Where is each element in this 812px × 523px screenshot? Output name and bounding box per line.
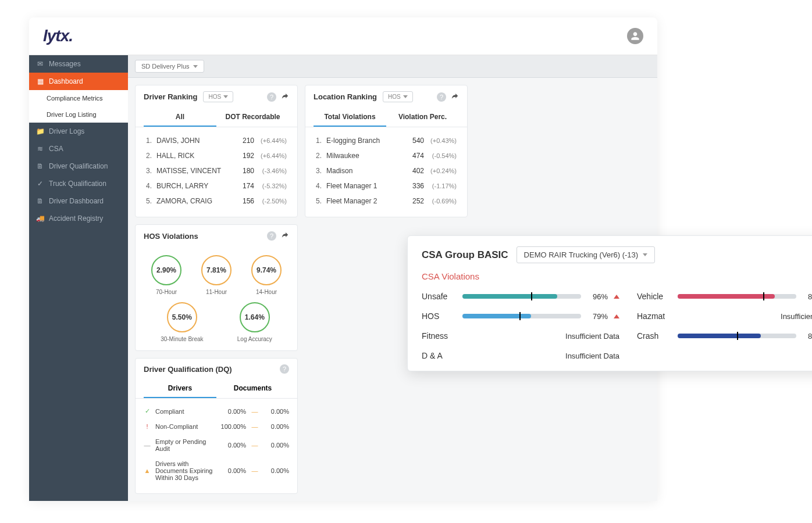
rank-row: 1.DAVIS, JOHN210(+6.44%) — [146, 133, 287, 148]
csa-name: Fitness — [422, 331, 457, 341]
share-icon[interactable] — [281, 231, 289, 241]
help-icon[interactable]: ? — [280, 364, 289, 374]
help-icon[interactable]: ? — [267, 231, 276, 241]
csa-insufficient: Insufficient Data — [462, 332, 619, 341]
dq-row: ✓Compliant0.00%—0.00% — [144, 403, 289, 419]
rank-value: 252 — [400, 197, 424, 205]
csa-dropdown[interactable]: DEMO RAIR Trucking (Ver6) (-13) — [517, 246, 656, 263]
gauge-label: 70-Hour — [156, 289, 177, 295]
rank-num: 5. — [146, 197, 156, 205]
rank-value: 336 — [400, 182, 424, 190]
card-title: Driver Ranking — [144, 92, 197, 101]
sidebar-item[interactable]: 🚚Accident Registry — [29, 210, 128, 227]
csa-row: Unsafe96% — [422, 292, 619, 301]
trend-up-icon — [614, 295, 619, 299]
rank-delta: (-0.69%) — [424, 198, 457, 205]
sidebar-item[interactable]: ≋CSA — [29, 140, 128, 157]
dq-value: 0.00% — [220, 408, 246, 415]
body: ✉Messages▦DashboardCompliance MetricsDri… — [29, 55, 657, 501]
rank-name: BURCH, LARRY — [156, 182, 230, 190]
sidebar-item[interactable]: 📁Driver Logs — [29, 123, 128, 140]
gauge-label: 14-Hour — [256, 289, 277, 295]
status-icon: ! — [144, 423, 151, 430]
sidebar-label: Compliance Metrics — [47, 95, 103, 102]
csa-row: Crash84% — [637, 331, 812, 341]
dq-header[interactable]: Documents — [216, 379, 289, 398]
csa-bar — [678, 294, 796, 299]
tab[interactable]: All — [144, 108, 216, 127]
sidebar-label: CSA — [49, 145, 63, 153]
location-ranking-card: Location Ranking HOS ? Tot — [305, 85, 468, 217]
csa-percent: 88% — [802, 292, 812, 301]
csa-name: Vehicle — [637, 292, 672, 301]
tab[interactable]: DOT Recordable — [216, 108, 289, 127]
rank-delta: (-2.50%) — [254, 198, 287, 205]
sidebar-label: Accident Registry — [49, 214, 103, 223]
dash-icon: — — [251, 423, 259, 430]
csa-row: HazmatInsufficient Data — [637, 311, 812, 321]
csa-row: FitnessInsufficient Data — [422, 331, 619, 341]
csa-title: CSA Group BASIC — [422, 249, 508, 261]
sidebar-item[interactable]: ▦Dashboard — [29, 73, 128, 90]
avatar[interactable] — [627, 28, 643, 44]
sidebar-subitem[interactable]: Driver Log Listing — [29, 106, 128, 123]
rank-value: 192 — [230, 152, 254, 160]
csa-bar — [462, 314, 581, 318]
csa-row: Vehicle88% — [637, 292, 812, 301]
hos-dropdown[interactable]: HOS — [383, 91, 413, 102]
gauge-circle: 5.50% — [167, 302, 197, 332]
csa-panel: CSA Group BASIC DEMO RAIR Trucking (Ver6… — [407, 235, 812, 371]
user-icon — [629, 30, 641, 42]
dropdown-label: HOS — [388, 94, 401, 100]
csa-name: Crash — [637, 331, 672, 341]
gauge-circle: 2.90% — [151, 255, 181, 285]
rank-delta: (+0.43%) — [424, 137, 457, 144]
csa-name: HOS — [422, 311, 457, 321]
dq-header[interactable]: Drivers — [144, 379, 216, 398]
sidebar-subitem[interactable]: Compliance Metrics — [29, 90, 128, 106]
nav-icon: ✓ — [36, 180, 44, 188]
rank-row: 5.Fleet Manager 2252(-0.69%) — [316, 194, 457, 209]
csa-bar — [678, 334, 796, 338]
csa-insufficient: Insufficient Data — [678, 312, 812, 321]
nav-icon: ≋ — [36, 145, 44, 153]
share-icon[interactable] — [451, 92, 459, 102]
sidebar-item[interactable]: ✓Truck Qualification — [29, 175, 128, 192]
rank-name: ZAMORA, CRAIG — [156, 197, 230, 205]
sidebar-item[interactable]: 🗎Driver Dashboard — [29, 192, 128, 210]
card-title: HOS Violations — [144, 232, 198, 241]
rank-value: 174 — [230, 182, 254, 190]
rank-delta: (-0.54%) — [424, 152, 457, 159]
rank-row: 3.Madison402(+0.24%) — [316, 163, 457, 178]
hos-gauge: 9.74%14-Hour — [244, 255, 289, 295]
main: SD Delivery Plus Driver Ranking HOS — [128, 55, 657, 501]
hos-violations-card: HOS Violations ? 2.90%70-Hour7.81%11-Hou… — [135, 224, 298, 351]
help-icon[interactable]: ? — [437, 92, 446, 102]
csa-subtitle: CSA Violations — [422, 271, 812, 281]
rank-delta: (-3.46%) — [254, 167, 287, 174]
nav-icon: 🚚 — [36, 214, 44, 223]
csa-row: HOS79% — [422, 311, 619, 321]
help-icon[interactable]: ? — [267, 92, 276, 102]
csa-bar — [462, 294, 581, 299]
sidebar-item[interactable]: 🗎Driver Qualification — [29, 157, 128, 175]
tab[interactable]: Violation Perc. — [386, 108, 459, 127]
rank-value: 156 — [230, 197, 254, 205]
dash-icon: — — [251, 442, 259, 449]
csa-name: Hazmat — [637, 311, 672, 321]
filter-dropdown[interactable]: SD Delivery Plus — [135, 60, 204, 73]
rank-name: Fleet Manager 1 — [326, 182, 400, 190]
dq-value: 0.00% — [263, 467, 289, 474]
tab[interactable]: Total Violations — [314, 108, 386, 127]
rank-name: Madison — [326, 167, 400, 175]
hos-dropdown[interactable]: HOS — [203, 91, 233, 102]
rank-num: 2. — [316, 152, 326, 160]
app-window: lytx ✉Messages▦DashboardCompliance Metri… — [29, 17, 657, 501]
gauge-circle: 1.64% — [240, 302, 270, 332]
sidebar-label: Driver Qualification — [49, 162, 108, 170]
dash-icon: — — [251, 408, 259, 415]
gauge-label: 30-Minute Break — [161, 336, 203, 342]
share-icon[interactable] — [281, 92, 289, 102]
csa-row: D & AInsufficient Data — [422, 351, 619, 360]
sidebar-item[interactable]: ✉Messages — [29, 55, 128, 73]
